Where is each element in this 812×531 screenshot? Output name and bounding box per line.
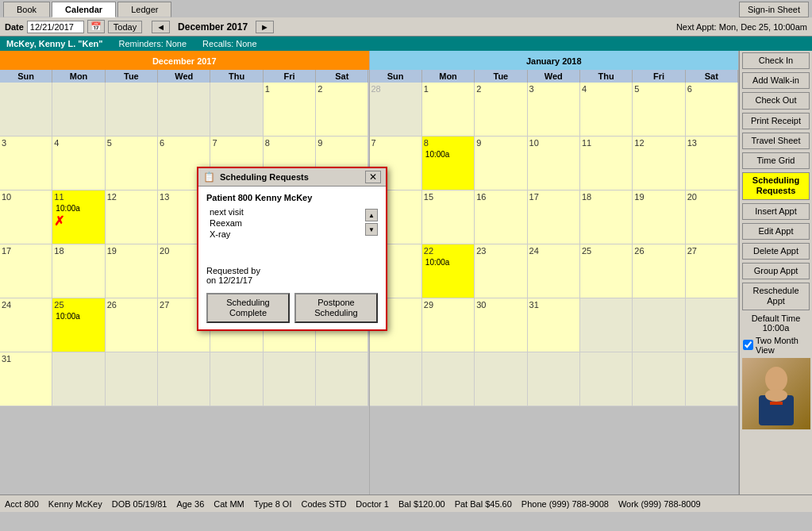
edit-appt-button[interactable]: Edit Appt [742, 223, 810, 240]
table-row[interactable]: 2 [316, 83, 368, 137]
table-row[interactable]: 15 [422, 190, 475, 244]
tab-calendar[interactable]: Calendar [52, 2, 116, 17]
status-doctor: Doctor 1 [356, 499, 389, 509]
table-row[interactable] [210, 83, 263, 137]
table-row[interactable]: 11 [580, 137, 633, 190]
table-row[interactable]: 1 [264, 83, 316, 137]
table-row[interactable]: 30 [475, 298, 527, 352]
table-row[interactable]: 22 10:00a [422, 244, 475, 298]
table-row[interactable] [422, 352, 475, 406]
table-row[interactable]: 23 [475, 244, 527, 298]
status-phone: Phone (999) 788-9008 [521, 499, 609, 509]
table-row[interactable]: 20 [686, 190, 738, 244]
table-row[interactable]: 13 [686, 137, 738, 190]
table-row[interactable] [106, 83, 158, 137]
table-row[interactable] [106, 352, 158, 406]
table-row[interactable]: 4 [580, 83, 633, 137]
next-month-button[interactable]: ► [256, 21, 274, 33]
time-grid-button[interactable]: Time Grid [742, 152, 810, 169]
modal-requested: Requested by on 12/21/17 [206, 266, 378, 285]
table-row[interactable]: 18 [52, 244, 105, 298]
table-row[interactable]: 26 [106, 298, 158, 352]
table-row[interactable] [52, 352, 105, 406]
table-row[interactable] [0, 83, 52, 137]
table-row[interactable] [528, 352, 580, 406]
prev-month-button[interactable]: ◄ [152, 21, 170, 33]
two-month-checkbox[interactable] [743, 340, 753, 350]
check-in-button[interactable]: Check In [742, 52, 810, 69]
scheduling-complete-button[interactable]: Scheduling Complete [206, 293, 290, 323]
scroll-down-button[interactable]: ▼ [365, 223, 378, 236]
table-row[interactable]: 10 [528, 137, 580, 190]
postpone-scheduling-button[interactable]: Postpone Scheduling [294, 293, 378, 323]
table-row[interactable]: 3 [528, 83, 580, 137]
table-row[interactable]: 29 [422, 298, 475, 352]
svg-point-2 [765, 389, 787, 402]
tab-ledger[interactable]: Ledger [117, 2, 171, 17]
table-row[interactable]: 25 [580, 244, 633, 298]
table-row[interactable]: 5 [106, 137, 158, 190]
table-row[interactable]: 5 [633, 83, 685, 137]
delete-appt-button[interactable]: Delete Appt [742, 243, 810, 260]
table-row[interactable]: 19 [633, 190, 685, 244]
table-row[interactable]: 10 [0, 190, 52, 244]
modal-close-button[interactable]: ✕ [365, 171, 381, 183]
table-row[interactable] [580, 352, 633, 406]
table-row[interactable]: 12 [633, 137, 685, 190]
table-row[interactable]: 31 [0, 352, 52, 406]
sign-in-sheet-button[interactable]: Sign-in Sheet [739, 2, 809, 17]
add-walk-in-button[interactable]: Add Walk-in [742, 72, 810, 89]
table-row[interactable]: 6 [686, 83, 738, 137]
table-row[interactable]: 27 [686, 244, 738, 298]
table-row[interactable]: 9 [475, 137, 527, 190]
table-row[interactable]: 4 [52, 137, 105, 190]
table-row[interactable] [370, 352, 422, 406]
scroll-up-button[interactable]: ▲ [365, 209, 378, 221]
today-button[interactable]: Today [108, 21, 142, 33]
table-row[interactable]: 16 [475, 190, 527, 244]
print-receipt-button[interactable]: Print Receipt [742, 113, 810, 129]
group-appt-button[interactable]: Group Appt [742, 263, 810, 279]
table-row[interactable]: 18 [580, 190, 633, 244]
table-row[interactable] [210, 352, 263, 406]
table-row[interactable] [264, 352, 316, 406]
table-row[interactable]: 2 [475, 83, 527, 137]
table-row[interactable] [52, 83, 105, 137]
table-row[interactable]: 31 [528, 298, 580, 352]
default-time-value: 10:00a [763, 323, 790, 333]
table-row[interactable] [633, 352, 685, 406]
table-row[interactable]: 3 [0, 137, 52, 190]
calendar-icon-button[interactable]: 📅 [87, 20, 105, 33]
table-row[interactable]: 24 [0, 298, 52, 352]
table-row[interactable] [686, 298, 738, 352]
jan-sat: Sat [686, 70, 738, 83]
scheduling-requests-button[interactable]: Scheduling Requests [742, 172, 810, 199]
modal-patient-name: Kenny McKey [255, 193, 312, 202]
travel-sheet-button[interactable]: Travel Sheet [742, 133, 810, 149]
table-row[interactable]: 26 [633, 244, 685, 298]
table-row[interactable] [475, 352, 527, 406]
jan-day-headers: Sun Mon Tue Wed Thu Fri Sat [370, 70, 739, 83]
table-row[interactable]: 19 [106, 244, 158, 298]
table-row[interactable] [316, 352, 368, 406]
table-row[interactable]: 11 10:00a ✗ [52, 190, 105, 244]
table-row[interactable]: 25 10:00a [52, 298, 105, 352]
status-pat-bal: Pat Bal $45.60 [455, 499, 512, 509]
date-input[interactable] [27, 21, 84, 33]
tab-book[interactable]: Book [3, 2, 50, 17]
table-row[interactable] [158, 83, 210, 137]
table-row[interactable] [580, 298, 633, 352]
table-row[interactable]: 12 [106, 190, 158, 244]
table-row[interactable]: 17 [0, 244, 52, 298]
table-row[interactable]: 8 10:00a [422, 137, 475, 190]
table-row[interactable] [633, 298, 685, 352]
table-row[interactable]: 28 [370, 83, 422, 137]
table-row[interactable]: 17 [528, 190, 580, 244]
check-out-button[interactable]: Check Out [742, 92, 810, 109]
insert-appt-button[interactable]: Insert Appt [742, 203, 810, 220]
table-row[interactable]: 24 [528, 244, 580, 298]
table-row[interactable] [158, 352, 210, 406]
table-row[interactable]: 1 [422, 83, 475, 137]
reschedule-appt-button[interactable]: Reschedule Appt [742, 283, 810, 310]
table-row[interactable] [686, 352, 738, 406]
